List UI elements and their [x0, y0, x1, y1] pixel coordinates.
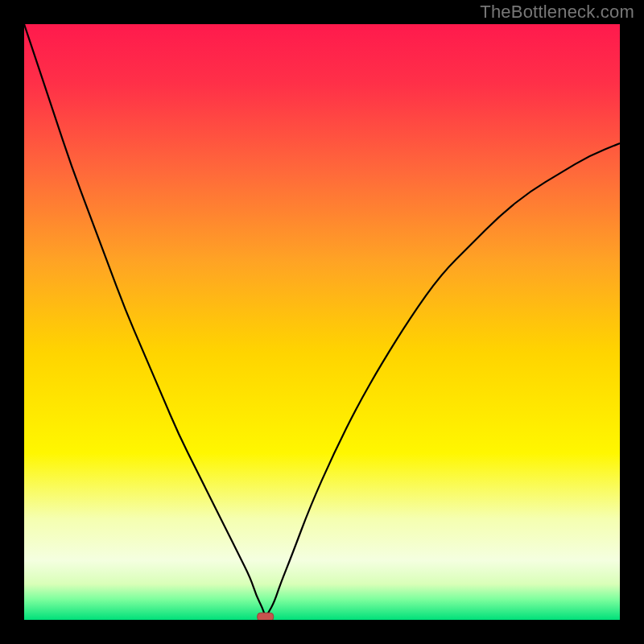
optimum-marker	[258, 613, 274, 620]
chart-frame: TheBottleneck.com	[0, 0, 644, 644]
plot-svg	[24, 24, 620, 620]
gradient-background	[24, 24, 620, 620]
watermark-text: TheBottleneck.com	[480, 2, 634, 23]
plot-area	[24, 24, 620, 620]
